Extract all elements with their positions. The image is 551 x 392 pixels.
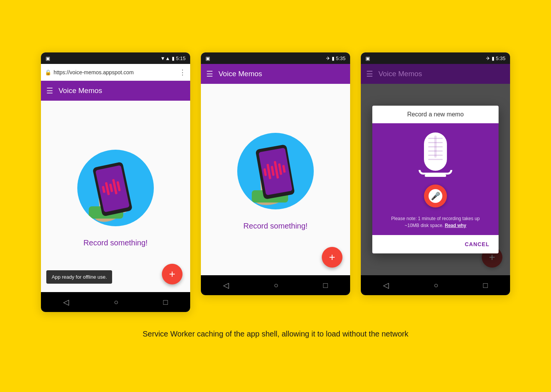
record-label-2: Record something! [243, 222, 308, 230]
snackbar-text: App ready for offline use. [52, 274, 107, 280]
recent-button-2[interactable]: □ [323, 281, 328, 290]
dialog-body: 🎤 Please note: 1 minute of recording tak… [372, 123, 499, 235]
recent-button-3[interactable]: □ [483, 281, 487, 290]
battery-icon-2: ▮ [332, 56, 334, 61]
status-bar-1: ▣ ▼▲ ▮ 5:15 [41, 52, 190, 64]
cancel-button[interactable]: CANCEL [461, 238, 493, 250]
phone-content-2: Record something! + [201, 84, 350, 275]
record-button-inner: 🎤 [429, 189, 442, 203]
status-right-3: ✈ ▮ 5:35 [486, 56, 505, 61]
home-button-3[interactable]: ○ [434, 281, 438, 290]
hamburger-icon-1[interactable]: ☰ [46, 86, 53, 95]
url-text: https://voice-memos.appspot.com [54, 69, 177, 75]
back-button-2[interactable]: ◁ [223, 281, 229, 290]
time-1: 5:15 [176, 56, 186, 61]
app-bar-3: ☰ Voice Memos [361, 64, 510, 84]
nav-bar-2: ◁ ○ □ [201, 275, 350, 295]
dialog-overlay: Record a new memo [361, 84, 510, 275]
phones-row: ▣ ▼▲ ▮ 5:15 🔒 https://voice-memos.appspo… [41, 52, 510, 312]
record-label-1: Record something! [83, 238, 148, 247]
read-why-link[interactable]: Read why [445, 223, 466, 228]
dialog-title: Record a new memo [372, 106, 499, 123]
phone-content-1: Record something! App ready for offline … [41, 101, 190, 292]
illustration-circle-1 [77, 150, 154, 226]
status-right-2: ✈ ▮ 5:35 [326, 56, 346, 61]
status-left-3: ▣ [365, 56, 370, 61]
snackbar: App ready for offline use. [46, 270, 112, 284]
dialog-note: Please note: 1 minute of recording takes… [380, 215, 491, 229]
airplane-icon-2: ✈ [326, 56, 330, 61]
phone-2: ▣ ✈ ▮ 5:35 ☰ Voice Memos [201, 52, 350, 295]
url-bar[interactable]: 🔒 https://voice-memos.appspot.com ⋮ [41, 64, 190, 81]
phone-illustration-1 [77, 150, 154, 226]
dialog: Record a new memo [372, 106, 499, 253]
illustration-circle-2 [237, 133, 314, 209]
nav-bar-1: ◁ ○ □ [41, 292, 190, 312]
record-button[interactable]: 🎤 [424, 185, 447, 207]
app-title-3: Voice Memos [378, 70, 422, 78]
app-title-1: Voice Memos [59, 87, 102, 95]
battery-icon-1: ▮ [172, 56, 174, 61]
mic-body [424, 132, 447, 171]
tablet-icon-3: ▣ [365, 56, 370, 61]
app-bar-1: ☰ Voice Memos [41, 81, 190, 101]
status-bar-3: ▣ ✈ ▮ 5:35 [361, 52, 510, 64]
status-right-1: ▼▲ ▮ 5:15 [160, 56, 186, 61]
airplane-icon-3: ✈ [486, 56, 490, 61]
status-left-2: ▣ [205, 56, 210, 61]
tablet-icon-1: ▣ [46, 56, 50, 61]
tablet-icon-2: ▣ [205, 56, 210, 61]
status-left-1: ▣ [46, 56, 50, 61]
note-text: Please note: 1 minute of recording takes… [391, 216, 479, 228]
wifi-icon-1: ▼▲ [160, 56, 170, 61]
home-button-1[interactable]: ○ [114, 298, 118, 307]
back-button-3[interactable]: ◁ [383, 281, 389, 290]
phone-illustration-2 [237, 133, 314, 209]
phone-content-3: Record a new memo [361, 84, 510, 275]
fab-1[interactable]: + [162, 264, 183, 284]
back-button-1[interactable]: ◁ [63, 297, 69, 307]
hamburger-icon-2[interactable]: ☰ [206, 69, 213, 78]
phone-3: ▣ ✈ ▮ 5:35 ☰ Voice Memos Record a new me… [361, 52, 510, 295]
home-button-2[interactable]: ○ [274, 281, 278, 290]
time-2: 5:35 [336, 56, 346, 61]
fab-icon-2: + [329, 251, 335, 263]
app-bar-2: ☰ Voice Memos [201, 64, 350, 84]
mic-icon-small: 🎤 [431, 191, 440, 201]
microphone-illustration [419, 132, 452, 177]
app-title-2: Voice Memos [218, 70, 262, 78]
time-3: 5:35 [496, 56, 505, 61]
more-options-icon[interactable]: ⋮ [179, 68, 186, 77]
caption: Service Worker caching of the app shell,… [143, 328, 408, 340]
hamburger-icon-3[interactable]: ☰ [366, 69, 373, 78]
fab-icon-1: + [169, 268, 175, 280]
phone-1: ▣ ▼▲ ▮ 5:15 🔒 https://voice-memos.appspo… [41, 52, 190, 312]
nav-bar-3: ◁ ○ □ [361, 275, 510, 295]
lock-icon: 🔒 [45, 69, 51, 75]
fab-2[interactable]: + [322, 247, 342, 268]
battery-icon-3: ▮ [492, 56, 494, 61]
recent-button-1[interactable]: □ [163, 298, 168, 307]
dialog-actions: CANCEL [372, 235, 499, 253]
status-bar-2: ▣ ✈ ▮ 5:35 [201, 52, 350, 64]
